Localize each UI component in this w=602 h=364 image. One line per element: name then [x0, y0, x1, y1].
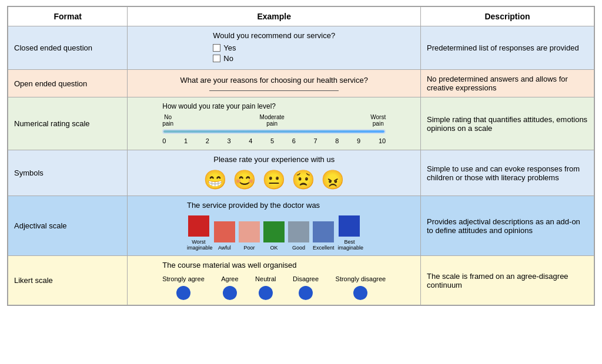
color-box[interactable]	[263, 221, 285, 242]
color-box[interactable]	[239, 221, 260, 242]
example-cell-symbols: Please rate your experience with us😁😊😐😟😠	[128, 150, 421, 196]
likert-option-label: Neutral	[255, 275, 276, 282]
likert-circle[interactable]	[223, 286, 237, 300]
comparison-table: Format Example Description Closed ended …	[8, 6, 594, 305]
checkbox-row: Yes	[213, 43, 335, 52]
example-cell-closed: Would you recommend our service?YesNo	[128, 26, 421, 70]
color-label: Best imaginable	[337, 239, 361, 251]
color-box-wrap: Excellent	[313, 221, 335, 251]
desc-cell-numerical: Simple rating that quantifies attitudes,…	[420, 97, 594, 150]
likert-option: Strongly agree	[162, 275, 205, 300]
color-label: OK	[270, 245, 277, 251]
color-label: Worst imaginable	[187, 239, 210, 251]
adjectival-example: The service provided by the doctor wasWo…	[187, 201, 362, 251]
likert-circle[interactable]	[353, 286, 367, 300]
likert-circle[interactable]	[176, 286, 190, 300]
example-cell-adjectival: The service provided by the doctor wasWo…	[128, 196, 421, 256]
desc-cell-open: No predetermined answers and allows for …	[420, 70, 594, 97]
desc-cell-likert: The scale is framed on an agree-disagree…	[420, 256, 594, 305]
likert-circle[interactable]	[259, 286, 273, 300]
emoji-row: 😁😊😐😟😠	[133, 168, 414, 191]
format-cell-symbols: Symbols	[8, 150, 128, 196]
table-row: Numerical rating scaleHow would you rate…	[8, 97, 594, 150]
header-example: Example	[128, 7, 421, 26]
color-label: Poor	[243, 245, 255, 251]
checkbox-row: No	[213, 54, 335, 63]
desc-cell-symbols: Simple to use and can evoke responses fr…	[420, 150, 594, 196]
checkbox-box[interactable]	[213, 44, 220, 52]
format-cell-numerical: Numerical rating scale	[8, 97, 128, 150]
adjectival-question: The service provided by the doctor was	[187, 201, 362, 210]
symbols-question: Please rate your experience with us	[133, 155, 414, 164]
numerical-example: How would you rate your pain level?No pa…	[162, 102, 386, 144]
color-boxes: Worst imaginableAwfulPoorOKGoodExcellent…	[187, 215, 362, 251]
example-cell-open: What are your reasons for choosing our h…	[128, 70, 421, 97]
likert-option: Strongly disagree	[336, 275, 386, 300]
format-cell-closed: Closed ended question	[8, 26, 128, 70]
color-box-wrap: Best imaginable	[337, 215, 361, 251]
likert-option: Disagree	[293, 275, 319, 300]
desc-cell-closed: Predetermined list of responses are prov…	[420, 26, 594, 70]
emoji-icon[interactable]: 😟	[292, 168, 315, 191]
color-label: Good	[292, 245, 305, 251]
color-box-wrap: Awful	[214, 221, 235, 251]
likert-option-label: Strongly agree	[162, 275, 205, 282]
table-row: Open ended questionWhat are your reasons…	[8, 70, 594, 97]
color-box[interactable]	[339, 215, 360, 237]
table-row: Likert scaleThe course material was well…	[8, 256, 594, 305]
answer-line	[209, 90, 339, 91]
header-format: Format	[8, 7, 128, 26]
symbols-example: Please rate your experience with us😁😊😐😟😠	[133, 155, 414, 191]
checkbox-label: No	[223, 54, 233, 63]
color-box-wrap: Poor	[239, 221, 260, 251]
table-row: Adjectival scaleThe service provided by …	[8, 196, 594, 256]
emoji-icon[interactable]: 😠	[321, 168, 345, 191]
desc-cell-adjectival: Provides adjectival descriptions as an a…	[420, 196, 594, 256]
color-box-wrap: Good	[288, 221, 309, 251]
scale-track	[162, 129, 386, 134]
color-box[interactable]	[288, 221, 309, 242]
color-box[interactable]	[214, 221, 235, 242]
color-box-wrap: OK	[263, 221, 285, 251]
likert-option-label: Disagree	[293, 275, 319, 282]
closed-example: Would you recommend our service?YesNo	[213, 31, 335, 65]
emoji-icon[interactable]: 😐	[262, 168, 286, 191]
color-label: Awful	[218, 245, 231, 251]
format-cell-open: Open ended question	[8, 70, 128, 97]
format-cell-adjectival: Adjectival scale	[8, 196, 128, 256]
likert-question: The course material was well organised	[162, 261, 386, 269]
scale-labels: No painModerate painWorst pain	[162, 114, 386, 127]
color-label: Excellent	[313, 245, 335, 251]
open-example: What are your reasons for choosing our h…	[180, 76, 368, 91]
scale-numbers: 012345678910	[162, 137, 386, 144]
format-cell-likert: Likert scale	[8, 256, 128, 305]
likert-options: Strongly agreeAgreeNeutralDisagreeStrong…	[162, 275, 386, 300]
example-cell-numerical: How would you rate your pain level?No pa…	[128, 97, 421, 150]
likert-option: Agree	[221, 275, 238, 300]
likert-option-label: Agree	[221, 275, 238, 282]
likert-option-label: Strongly disagree	[336, 275, 386, 282]
color-box[interactable]	[313, 221, 334, 242]
table-row: SymbolsPlease rate your experience with …	[8, 150, 594, 196]
header-description: Description	[420, 7, 594, 26]
example-cell-likert: The course material was well organisedSt…	[128, 256, 421, 305]
checkbox-box[interactable]	[213, 55, 220, 62]
color-box-wrap: Worst imaginable	[187, 215, 210, 251]
checkbox-label: Yes	[223, 43, 236, 52]
likert-circle[interactable]	[299, 286, 313, 300]
likert-option: Neutral	[255, 275, 276, 300]
table-row: Closed ended questionWould you recommend…	[8, 26, 594, 70]
emoji-icon[interactable]: 😊	[233, 168, 256, 191]
main-table-wrapper: Format Example Description Closed ended …	[7, 6, 595, 306]
likert-example: The course material was well organisedSt…	[162, 261, 386, 300]
emoji-icon[interactable]: 😁	[203, 168, 227, 191]
color-box[interactable]	[188, 215, 209, 237]
